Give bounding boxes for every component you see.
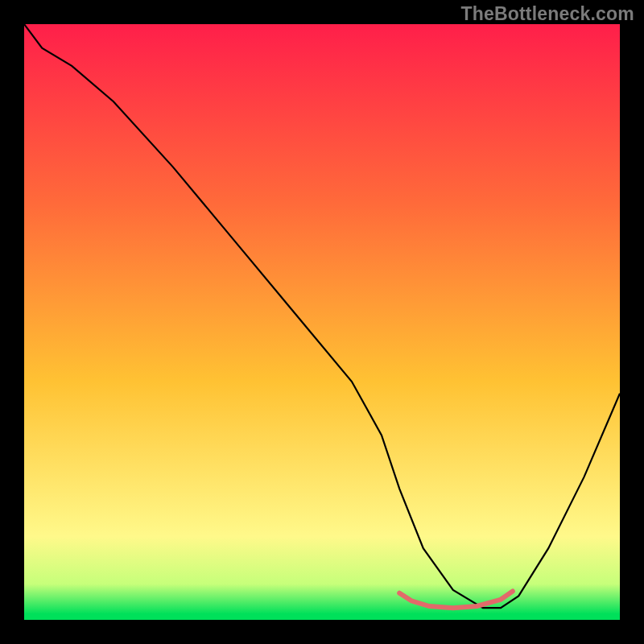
chart-frame: TheBottleneck.com bbox=[0, 0, 644, 644]
bottleneck-curve bbox=[24, 24, 620, 608]
curve-svg bbox=[24, 24, 620, 620]
highlight-segment bbox=[399, 592, 513, 609]
plot-area bbox=[24, 24, 620, 620]
watermark-text: TheBottleneck.com bbox=[460, 3, 634, 25]
